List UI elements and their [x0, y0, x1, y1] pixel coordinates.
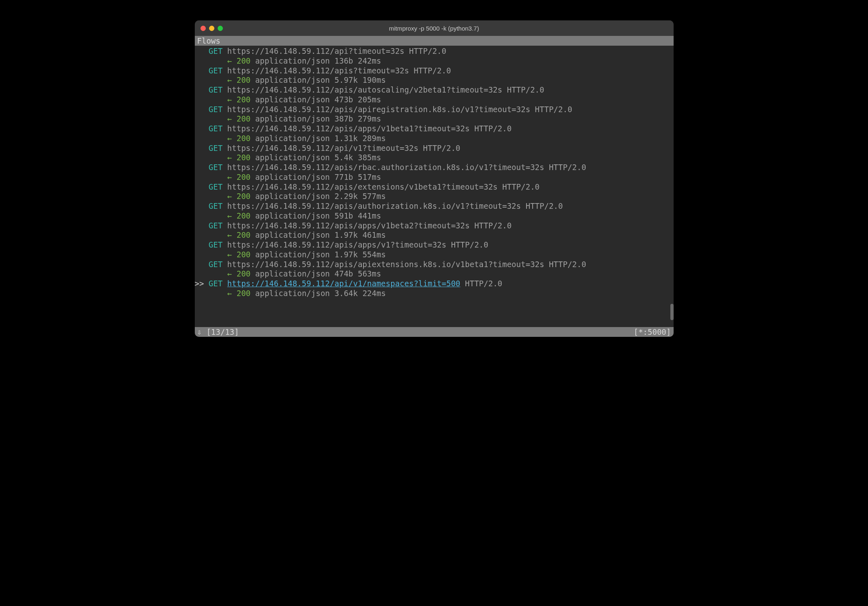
selection-marker	[195, 240, 209, 250]
selection-marker	[195, 144, 209, 153]
response-arrow-icon: ←	[227, 95, 232, 104]
request-url: https://146.148.59.112/apis/autoscaling/…	[227, 85, 502, 94]
titlebar[interactable]: mitmproxy -p 5000 -k (python3.7)	[195, 20, 674, 36]
selection-marker	[195, 163, 209, 173]
flow-response-line[interactable]: ← 200 application/json 474b 563ms	[195, 269, 674, 279]
flow-row[interactable]: GET https://146.148.59.112/api/v1?timeou…	[195, 144, 674, 163]
flow-request-line[interactable]: GET https://146.148.59.112/apis/extensio…	[195, 182, 674, 192]
content-type: application/json	[255, 289, 330, 298]
response-arrow-icon: ←	[227, 211, 232, 220]
http-status: 200	[236, 211, 250, 220]
flow-row[interactable]: >> GET https://146.148.59.112/api/v1/nam…	[195, 279, 674, 299]
response-size: 5.97k	[335, 75, 358, 84]
flow-request-line[interactable]: GET https://146.148.59.112/apis/authoriz…	[195, 201, 674, 211]
selection-marker	[195, 124, 209, 134]
http-protocol: HTTP/2.0	[474, 124, 512, 133]
http-protocol: HTTP/2.0	[549, 163, 586, 172]
content-type: application/json	[255, 153, 330, 162]
flow-response-line[interactable]: ← 200 application/json 5.97k 190ms	[195, 75, 674, 85]
response-time: 554ms	[362, 250, 386, 259]
flow-row[interactable]: GET https://146.148.59.112/apis/extensio…	[195, 182, 674, 202]
terminal-window: mitmproxy -p 5000 -k (python3.7) Flows G…	[195, 20, 674, 337]
flow-request-line[interactable]: GET https://146.148.59.112/apis/apps/v1?…	[195, 240, 674, 250]
content-type: application/json	[255, 56, 330, 65]
flow-response-line[interactable]: ← 200 application/json 1.97k 461ms	[195, 230, 674, 240]
response-arrow-icon: ←	[227, 289, 232, 298]
http-method: GET	[209, 144, 223, 153]
flow-response-line[interactable]: ← 200 application/json 387b 279ms	[195, 114, 674, 124]
flow-response-line[interactable]: ← 200 application/json 1.31k 289ms	[195, 134, 674, 144]
http-status: 200	[236, 289, 250, 298]
http-method: GET	[209, 240, 223, 249]
http-protocol: HTTP/2.0	[549, 260, 586, 269]
http-protocol: HTTP/2.0	[502, 182, 540, 191]
flow-request-line[interactable]: GET https://146.148.59.112/apis/rbac.aut…	[195, 163, 674, 173]
response-time: 441ms	[358, 211, 381, 220]
flow-row[interactable]: GET https://146.148.59.112/apis?timeout=…	[195, 66, 674, 86]
response-arrow-icon: ←	[227, 250, 232, 259]
flow-request-line[interactable]: GET https://146.148.59.112/apis/apps/v1b…	[195, 124, 674, 134]
http-method: GET	[209, 221, 223, 230]
flow-request-line[interactable]: GET https://146.148.59.112/apis/apps/v1b…	[195, 221, 674, 231]
request-url: https://146.148.59.112/apis?timeout=32s	[227, 66, 409, 75]
flow-request-line[interactable]: GET https://146.148.59.112/apis/apiregis…	[195, 105, 674, 115]
flow-row[interactable]: GET https://146.148.59.112/apis/apps/v1?…	[195, 240, 674, 260]
response-arrow-icon: ←	[227, 173, 232, 181]
flow-request-line[interactable]: GET https://146.148.59.112/apis/apiexten…	[195, 260, 674, 270]
flow-response-line[interactable]: ← 200 application/json 3.64k 224ms	[195, 289, 674, 299]
flow-row[interactable]: GET https://146.148.59.112/apis/rbac.aut…	[195, 163, 674, 182]
flow-row[interactable]: GET https://146.148.59.112/apis/apps/v1b…	[195, 221, 674, 241]
scrollbar-thumb[interactable]	[670, 304, 674, 320]
content-type: application/json	[255, 230, 330, 239]
selection-marker	[195, 46, 209, 56]
response-arrow-icon: ←	[227, 75, 232, 84]
http-protocol: HTTP/2.0	[526, 201, 563, 210]
flow-row[interactable]: GET https://146.148.59.112/apis/apps/v1b…	[195, 124, 674, 144]
flow-response-line[interactable]: ← 200 application/json 2.29k 577ms	[195, 192, 674, 201]
flow-response-line[interactable]: ← 200 application/json 591b 441ms	[195, 211, 674, 221]
http-protocol: HTTP/2.0	[507, 85, 544, 94]
flow-response-line[interactable]: ← 200 application/json 771b 517ms	[195, 173, 674, 182]
maximize-icon[interactable]	[218, 26, 223, 31]
flow-list[interactable]: GET https://146.148.59.112/api?timeout=3…	[195, 46, 674, 311]
content-type: application/json	[255, 95, 330, 104]
response-size: 2.29k	[335, 192, 358, 201]
flow-row[interactable]: GET https://146.148.59.112/apis/apiexten…	[195, 260, 674, 279]
selection-marker	[195, 201, 209, 211]
selection-marker	[195, 85, 209, 95]
content-type: application/json	[255, 269, 330, 278]
http-status: 200	[236, 192, 250, 201]
http-method: GET	[209, 182, 223, 191]
selection-marker	[195, 66, 209, 76]
request-url: https://146.148.59.112/apis/apps/v1?time…	[227, 240, 447, 249]
flow-response-line[interactable]: ← 200 application/json 473b 205ms	[195, 95, 674, 105]
close-icon[interactable]	[200, 26, 206, 31]
flow-response-line[interactable]: ← 200 application/json 5.4k 385ms	[195, 153, 674, 163]
flow-row[interactable]: GET https://146.148.59.112/apis/autoscal…	[195, 85, 674, 105]
http-status: 200	[236, 269, 250, 278]
selection-marker	[195, 182, 209, 192]
response-time: 517ms	[358, 173, 381, 181]
flow-request-line[interactable]: GET https://146.148.59.112/apis/autoscal…	[195, 85, 674, 95]
http-method: GET	[209, 260, 223, 269]
flow-request-line[interactable]: GET https://146.148.59.112/api/v1?timeou…	[195, 144, 674, 153]
flow-request-line[interactable]: >> GET https://146.148.59.112/api/v1/nam…	[195, 279, 674, 289]
minimize-icon[interactable]	[209, 26, 214, 31]
flow-request-line[interactable]: GET https://146.148.59.112/api?timeout=3…	[195, 46, 674, 56]
response-size: 1.97k	[335, 230, 358, 239]
http-status: 200	[236, 250, 250, 259]
http-protocol: HTTP/2.0	[451, 240, 489, 249]
response-time: 242ms	[358, 56, 381, 65]
flow-row[interactable]: GET https://146.148.59.112/apis/apiregis…	[195, 105, 674, 124]
response-time: 563ms	[358, 269, 381, 278]
flow-row[interactable]: GET https://146.148.59.112/apis/authoriz…	[195, 201, 674, 221]
flow-response-line[interactable]: ← 200 application/json 136b 242ms	[195, 56, 674, 66]
flow-row[interactable]: GET https://146.148.59.112/api?timeout=3…	[195, 46, 674, 66]
response-size: 473b	[335, 95, 353, 104]
response-time: 279ms	[358, 114, 381, 123]
response-size: 1.97k	[335, 250, 358, 259]
content-type: application/json	[255, 75, 330, 84]
http-protocol: HTTP/2.0	[423, 144, 460, 153]
flow-response-line[interactable]: ← 200 application/json 1.97k 554ms	[195, 250, 674, 260]
flow-request-line[interactable]: GET https://146.148.59.112/apis?timeout=…	[195, 66, 674, 76]
